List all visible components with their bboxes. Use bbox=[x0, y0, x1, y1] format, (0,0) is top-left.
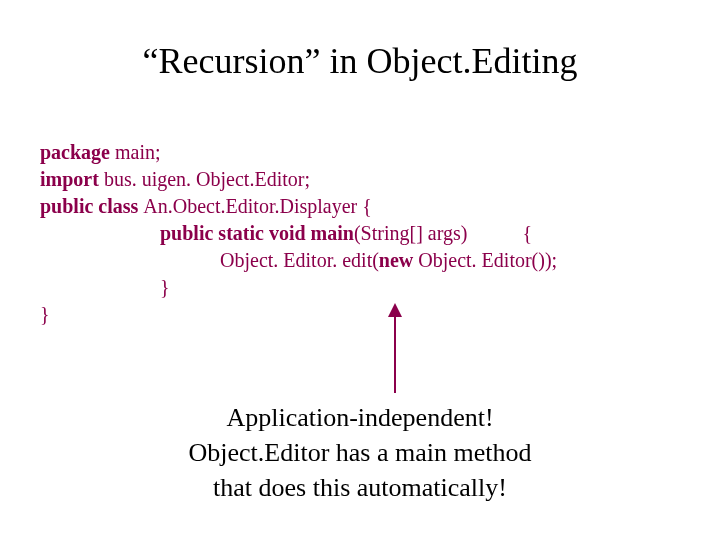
code-text: Object. Editor. edit( bbox=[220, 249, 379, 271]
slide: “Recursion” in Object.Editing package ma… bbox=[0, 0, 720, 540]
code-text: main; bbox=[115, 141, 161, 163]
caption-line-3: that does this automatically! bbox=[0, 470, 720, 505]
keyword-public-static-void-main: public static void main bbox=[160, 222, 354, 244]
keyword-public-class: public class bbox=[40, 195, 143, 217]
code-text: bus. uigen. Object.Editor; bbox=[104, 168, 310, 190]
code-text: Object. Editor()); bbox=[418, 249, 557, 271]
code-line-1: package main; bbox=[40, 141, 161, 163]
caption-line-2: Object.Editor has a main method bbox=[0, 435, 720, 470]
caption-block: Application-independent! Object.Editor h… bbox=[0, 400, 720, 505]
code-line-2: import bus. uigen. Object.Editor; bbox=[40, 168, 310, 190]
keyword-package: package bbox=[40, 141, 115, 163]
code-line-5: Object. Editor. edit(new Object. Editor(… bbox=[40, 247, 557, 274]
code-text: An.Obect.Editor.Displayer { bbox=[143, 195, 371, 217]
code-line-3: public class An.Obect.Editor.Displayer { bbox=[40, 195, 372, 217]
code-line-7: } bbox=[40, 303, 50, 325]
code-line-6: } bbox=[40, 274, 170, 301]
keyword-new: new bbox=[379, 249, 418, 271]
code-text: (String[] args) bbox=[354, 222, 468, 244]
code-block: package main; import bus. uigen. Object.… bbox=[40, 112, 680, 328]
code-text: { bbox=[522, 222, 532, 244]
code-line-4: public static void main(String[] args) { bbox=[40, 220, 532, 247]
slide-title: “Recursion” in Object.Editing bbox=[40, 40, 680, 82]
keyword-import: import bbox=[40, 168, 104, 190]
caption-line-1: Application-independent! bbox=[0, 400, 720, 435]
